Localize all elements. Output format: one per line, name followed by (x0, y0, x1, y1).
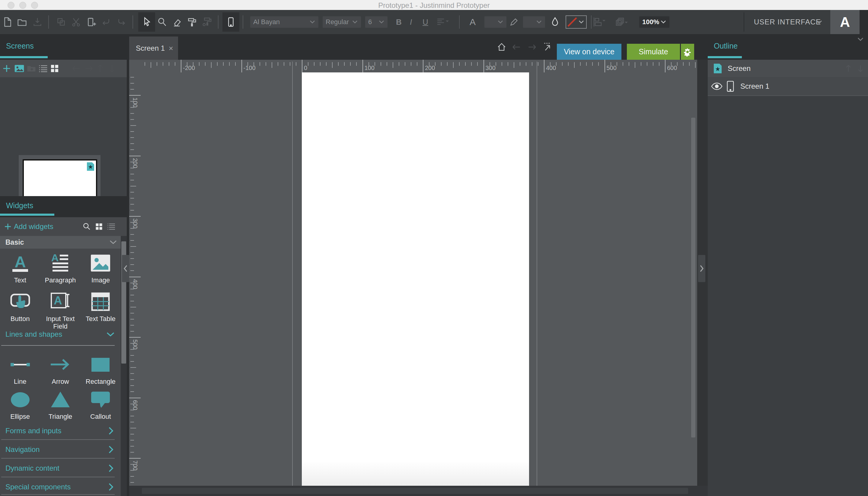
font-size-select[interactable]: 6 (365, 16, 387, 28)
widget-image[interactable]: Image (81, 250, 120, 284)
export-share-icon[interactable] (542, 42, 553, 52)
ruler-tick (574, 62, 575, 68)
toolbar-separator (744, 12, 744, 32)
widget-line[interactable]: Line (1, 352, 39, 385)
border-color-swatch-select[interactable] (523, 16, 545, 28)
grid-view-icon[interactable] (50, 64, 59, 73)
category-navigation[interactable]: Navigation (0, 441, 121, 458)
section-basic-header[interactable]: Basic (0, 236, 121, 249)
undo-icon[interactable] (100, 16, 112, 28)
ruler-tick (129, 216, 141, 217)
format-painter-settings-icon[interactable] (201, 16, 212, 28)
outline-item-screen-root[interactable]: Screen (708, 60, 868, 77)
move-left-icon[interactable] (71, 64, 81, 73)
close-tab-icon[interactable]: × (169, 44, 173, 53)
redo-icon[interactable] (116, 16, 127, 28)
ruler-tick (131, 440, 134, 440)
widget-callout[interactable]: Callout (81, 387, 120, 420)
navigate-forward-icon[interactable] (527, 43, 537, 51)
select-tool-button[interactable] (138, 12, 155, 32)
ui-kit-select[interactable]: USER INTERFACE (754, 18, 821, 26)
add-widgets-button[interactable]: Add widgets (14, 222, 54, 231)
ui-kit-chevron-icon[interactable] (816, 20, 823, 25)
italic-button[interactable]: I (410, 17, 412, 27)
widget-arrow[interactable]: Arrow (41, 352, 79, 385)
tab-screens[interactable]: Screens (6, 42, 34, 50)
navigate-back-icon[interactable] (511, 43, 521, 51)
zoom-tool-icon[interactable] (156, 16, 168, 28)
section-lines-header[interactable]: Lines and shapes (5, 330, 62, 339)
canvas-vertical-scrollbar[interactable] (691, 118, 695, 437)
fill-color-none-select[interactable] (566, 15, 587, 29)
move-right-icon[interactable] (83, 64, 94, 73)
new-file-icon[interactable] (2, 16, 13, 28)
add-widgets-plus-icon[interactable] (4, 222, 12, 231)
font-style-select[interactable]: Regular (323, 16, 361, 28)
visibility-eye-icon[interactable] (711, 82, 723, 91)
cut-icon[interactable] (70, 16, 82, 28)
copy-icon[interactable] (56, 16, 67, 28)
widget-button[interactable]: Button (1, 289, 39, 330)
font-color-button[interactable]: A (470, 17, 476, 27)
canvas-tab-screen1[interactable]: Screen 1 × (129, 36, 178, 60)
format-painter-icon[interactable] (186, 16, 198, 28)
underline-button[interactable]: U (423, 17, 428, 27)
widget-text-table[interactable]: Text Table (81, 289, 120, 330)
window-titlebar: Prototype1 - Justinmind Prototyper (0, 0, 868, 10)
simulate-settings-button[interactable] (681, 44, 694, 60)
panel-chevron-down-icon[interactable] (857, 37, 864, 42)
widget-rectangle[interactable]: Rectangle (81, 352, 120, 385)
widget-input-text-field[interactable]: A Input Text Field (41, 289, 79, 330)
canvas-viewport[interactable] (141, 73, 697, 486)
expand-right-panel-handle[interactable] (698, 255, 705, 282)
open-folder-icon[interactable] (16, 16, 28, 28)
widgets-list-view-icon[interactable] (107, 222, 116, 231)
border-color-pencil-icon[interactable] (508, 16, 520, 28)
text-align-dropdown[interactable] (436, 17, 450, 27)
ruler-tick (129, 337, 141, 338)
ruler-tick (131, 174, 134, 174)
collapse-left-panel-handle[interactable] (122, 255, 129, 282)
home-screen-icon[interactable] (496, 42, 507, 52)
eraser-tool-icon[interactable] (171, 16, 183, 28)
view-on-device-button[interactable]: View on device (557, 44, 621, 60)
widget-text[interactable]: A Text (1, 250, 39, 284)
tab-outline[interactable]: Outline (714, 42, 737, 50)
screen1-page[interactable] (302, 73, 529, 486)
add-screen-icon[interactable] (2, 64, 12, 73)
category-special-components[interactable]: Special components (0, 478, 121, 495)
category-dynamic-content[interactable]: Dynamic content (0, 460, 121, 477)
add-folder-icon[interactable] (26, 64, 36, 73)
ruler-tick (131, 246, 136, 247)
search-widgets-icon[interactable] (82, 222, 91, 231)
canvas-horizontal-scrollbar[interactable] (142, 488, 688, 494)
ruler-tick (562, 62, 563, 66)
fill-droplet-icon[interactable] (549, 16, 561, 28)
align-objects-dropdown[interactable] (592, 16, 606, 28)
simulate-button[interactable]: Simulate (627, 44, 680, 60)
widget-ellipse[interactable]: Ellipse (1, 387, 39, 420)
arrange-order-dropdown[interactable] (614, 16, 628, 28)
add-image-screen-icon[interactable] (14, 64, 25, 73)
bold-button[interactable]: B (396, 17, 402, 27)
list-view-icon[interactable] (38, 64, 48, 73)
outline-move-up-icon[interactable] (844, 64, 853, 73)
zoom-level-select[interactable]: 100% (639, 16, 669, 28)
widget-paragraph[interactable]: A Paragraph (41, 250, 79, 284)
device-tool-button[interactable] (223, 12, 239, 32)
move-up-icon[interactable] (96, 63, 105, 74)
paste-icon[interactable] (86, 16, 97, 28)
font-family-select[interactable]: Al Bayan (250, 16, 318, 28)
category-forms-and-inputs[interactable]: Forms and inputs (0, 422, 121, 439)
canvas-tabbar: Screen 1 × View on device Simulate (127, 34, 708, 60)
outline-item-screen1[interactable]: Screen 1 (708, 77, 868, 95)
save-icon[interactable] (32, 16, 43, 28)
chevron-down-icon[interactable] (106, 332, 115, 337)
widget-triangle[interactable]: Triangle (41, 387, 79, 420)
outline-move-down-icon[interactable] (856, 64, 865, 73)
font-color-swatch-select[interactable] (484, 16, 506, 28)
tab-widgets[interactable]: Widgets (6, 201, 33, 210)
ruler-tick (375, 62, 375, 66)
move-down-icon[interactable] (107, 63, 117, 74)
widgets-grid-view-icon[interactable] (95, 222, 103, 231)
